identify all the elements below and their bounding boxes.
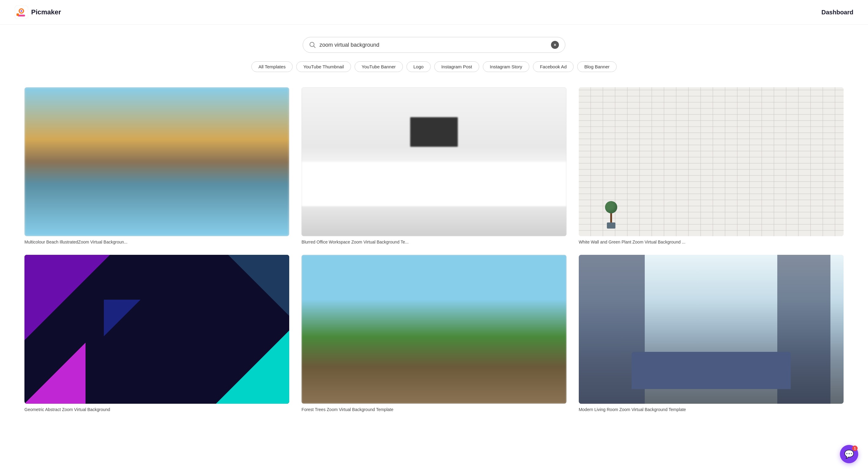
chat-badge: 1 xyxy=(852,445,858,451)
chat-button[interactable]: 💬 1 xyxy=(840,445,858,463)
logo-area: Picmaker xyxy=(15,5,61,19)
template-card-3[interactable]: White Wall and Green Plant Zoom Virtual … xyxy=(579,87,843,245)
search-input[interactable] xyxy=(319,42,547,48)
template-label-3: White Wall and Green Plant Zoom Virtual … xyxy=(579,239,843,245)
template-thumb-2 xyxy=(302,87,566,236)
filter-pills: All TemplatesYouTube ThumbnailYouTube Ba… xyxy=(251,61,617,72)
search-icon xyxy=(309,41,316,48)
picmaker-logo-icon xyxy=(15,5,28,19)
svg-point-3 xyxy=(21,10,22,12)
template-card-6[interactable]: Modern Living Room Zoom Virtual Backgrou… xyxy=(579,255,843,413)
templates-grid-section: Multicolour Beach IllustratedZoom Virtua… xyxy=(0,78,868,425)
svg-line-7 xyxy=(314,46,315,47)
template-card-5[interactable]: Forest Trees Zoom Virtual Background Tem… xyxy=(302,255,566,413)
filter-pill-blog-banner[interactable]: Blog Banner xyxy=(577,61,617,72)
logo-text: Picmaker xyxy=(31,8,61,16)
filter-pill-instagram-story[interactable]: Instagram Story xyxy=(483,61,529,72)
template-thumb-3 xyxy=(579,87,843,236)
template-thumb-1 xyxy=(25,87,289,236)
templates-grid: Multicolour Beach IllustratedZoom Virtua… xyxy=(25,87,843,413)
filter-pill-all-templates[interactable]: All Templates xyxy=(251,61,292,72)
search-section: × All TemplatesYouTube ThumbnailYouTube … xyxy=(0,25,868,78)
template-label-4: Geometric Abstract Zoom Virtual Backgrou… xyxy=(25,407,289,413)
clear-button[interactable]: × xyxy=(551,41,559,49)
template-card-4[interactable]: Geometric Abstract Zoom Virtual Backgrou… xyxy=(25,255,289,413)
template-label-6: Modern Living Room Zoom Virtual Backgrou… xyxy=(579,407,843,413)
template-card-1[interactable]: Multicolour Beach IllustratedZoom Virtua… xyxy=(25,87,289,245)
dashboard-link[interactable]: Dashboard xyxy=(822,9,853,16)
template-thumb-5 xyxy=(302,255,566,404)
template-card-2[interactable]: Blurred Office Workspace Zoom Virtual Ba… xyxy=(302,87,566,245)
filter-pill-facebook-ad[interactable]: Facebook Ad xyxy=(533,61,574,72)
filter-pill-instagram-post[interactable]: Instagram Post xyxy=(434,61,479,72)
template-label-5: Forest Trees Zoom Virtual Background Tem… xyxy=(302,407,566,413)
header: Picmaker Dashboard xyxy=(0,0,868,25)
template-label-2: Blurred Office Workspace Zoom Virtual Ba… xyxy=(302,239,566,245)
filter-pill-youtube-banner[interactable]: YouTube Banner xyxy=(354,61,403,72)
svg-rect-5 xyxy=(17,13,19,16)
filter-pill-logo[interactable]: Logo xyxy=(406,61,431,72)
chat-icon: 💬 xyxy=(844,449,854,459)
filter-pill-youtube-thumbnail[interactable]: YouTube Thumbnail xyxy=(296,61,351,72)
template-thumb-4 xyxy=(25,255,289,404)
search-bar: × xyxy=(303,37,565,53)
template-label-1: Multicolour Beach IllustratedZoom Virtua… xyxy=(25,239,289,245)
template-thumb-6 xyxy=(579,255,843,404)
